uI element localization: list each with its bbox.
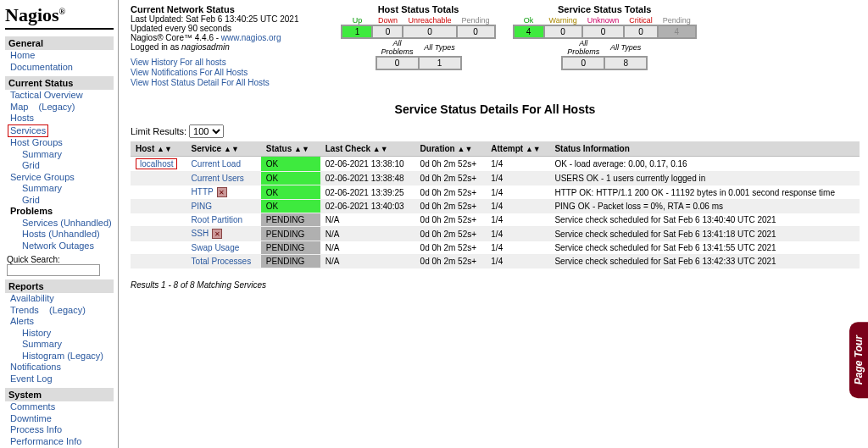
sidebar-item[interactable]: Notifications — [10, 362, 61, 372]
total-cell[interactable]: 4 — [658, 25, 696, 38]
service-link[interactable]: SSH — [192, 229, 209, 238]
status-cell: OK — [261, 200, 320, 213]
status-cell: OK — [261, 185, 320, 200]
status-cell: PENDING — [261, 227, 320, 241]
sidebar-item[interactable]: Summary — [22, 183, 62, 193]
total-head[interactable]: All Types — [604, 39, 647, 57]
total-cell[interactable]: 4 — [514, 25, 544, 38]
sidebar-item[interactable]: Hosts (Unhandled) — [22, 229, 100, 239]
service-link[interactable]: Root Partition — [192, 215, 243, 224]
service-link[interactable]: Swap Usage — [192, 243, 240, 252]
service-link[interactable]: PING — [192, 202, 212, 211]
quick-search-input[interactable] — [7, 264, 100, 276]
sidebar-item[interactable]: Tactical Overview — [10, 90, 83, 100]
status-link[interactable]: View History For all hosts — [131, 58, 226, 67]
status-link[interactable]: View Notifications For All Hosts — [131, 68, 248, 77]
sidebar-item[interactable]: Grid — [22, 160, 40, 170]
column-header[interactable]: Status Information — [549, 141, 860, 157]
sidebar-item[interactable]: Trends (Legacy) — [10, 305, 86, 315]
sort-icon[interactable]: ▲▼ — [458, 145, 473, 153]
total-head[interactable]: Pending — [658, 16, 696, 25]
limit-results: Limit Results: 100 — [131, 124, 860, 138]
service-link[interactable]: Current Load — [192, 159, 241, 169]
column-header[interactable]: Service ▲▼ — [186, 141, 261, 157]
sort-icon[interactable]: ▲▼ — [373, 145, 388, 153]
sidebar-item[interactable]: Histogram (Legacy) — [22, 351, 103, 361]
table-row: Swap UsagePENDINGN/A0d 0h 2m 52s+1/4Serv… — [131, 241, 860, 255]
services-table: Host ▲▼Service ▲▼Status ▲▼Last Check ▲▼D… — [131, 141, 860, 268]
table-row: Total ProcessesPENDINGN/A0d 0h 2m 52s+1/… — [131, 255, 860, 268]
service-link[interactable]: Current Users — [192, 174, 244, 183]
sort-icon[interactable]: ▲▼ — [157, 145, 172, 153]
host-totals-title: Host Status Totals — [341, 4, 495, 14]
sidebar-item[interactable]: Network Outages — [22, 241, 94, 251]
service-link[interactable]: HTTP — [192, 187, 214, 196]
sidebar-item[interactable]: Grid — [22, 195, 40, 205]
sidebar-item[interactable]: Services (Unhandled) — [22, 218, 112, 228]
column-header[interactable]: Status ▲▼ — [261, 141, 320, 157]
total-cell[interactable]: 0 — [376, 57, 419, 69]
sidebar-item[interactable]: Summary — [22, 149, 62, 159]
sidebar-heading: Problems — [10, 206, 53, 216]
total-cell[interactable]: 0 — [372, 25, 403, 38]
status-cell: OK — [261, 157, 320, 172]
column-header[interactable]: Host ▲▼ — [131, 141, 186, 157]
sort-icon[interactable]: ▲▼ — [526, 145, 541, 153]
column-header[interactable]: Attempt ▲▼ — [486, 141, 549, 157]
total-head[interactable]: Unknown — [582, 16, 625, 25]
total-cell[interactable]: 0 — [562, 57, 604, 69]
total-cell[interactable]: 0 — [624, 25, 658, 38]
total-cell[interactable]: 0 — [544, 25, 582, 38]
sort-icon[interactable]: ▲▼ — [294, 145, 309, 153]
sidebar-item[interactable]: History — [22, 328, 51, 338]
sidebar-item[interactable]: Event Log — [10, 373, 53, 384]
nagios-link[interactable]: www.nagios.org — [221, 33, 281, 42]
section-head: Current Status — [5, 76, 114, 90]
sidebar-item[interactable]: Hosts — [10, 113, 34, 123]
status-logged: Logged in as nagiosadmin — [131, 42, 298, 52]
total-head[interactable]: All Problems — [562, 39, 604, 57]
total-head[interactable]: Warning — [544, 16, 582, 25]
total-head[interactable]: All Types — [419, 39, 461, 57]
total-head[interactable]: All Problems — [376, 39, 419, 57]
total-cell[interactable]: 1 — [419, 57, 461, 69]
sidebar-item[interactable]: Comments — [10, 401, 55, 412]
column-header[interactable]: Duration ▲▼ — [415, 141, 487, 157]
sidebar-item[interactable]: Downtime — [10, 413, 52, 423]
total-cell[interactable]: 0 — [403, 25, 456, 38]
total-cell[interactable]: 8 — [604, 57, 647, 69]
limit-select[interactable]: 100 — [189, 124, 224, 138]
total-head[interactable]: Down — [372, 16, 403, 25]
flag-icon[interactable]: ✕ — [217, 187, 227, 197]
sidebar-item[interactable]: Alerts — [10, 316, 34, 326]
page-tour-tab[interactable]: Page Tour — [849, 322, 868, 398]
sidebar-item[interactable]: Home — [10, 50, 35, 60]
table-row: PINGOK02-06-2021 13:40:030d 0h 2m 52s+1/… — [131, 200, 860, 213]
sidebar-item[interactable]: Host Groups — [10, 137, 63, 147]
flag-icon[interactable]: ✕ — [212, 229, 222, 239]
sidebar-item[interactable]: Documentation — [10, 62, 73, 72]
total-head[interactable]: Up — [342, 16, 372, 25]
total-head[interactable]: Unreachable — [403, 16, 456, 25]
total-head[interactable]: Ok — [514, 16, 544, 25]
column-header[interactable]: Last Check ▲▼ — [320, 141, 415, 157]
sort-icon[interactable]: ▲▼ — [224, 145, 239, 153]
sidebar-item[interactable]: Map (Legacy) — [10, 102, 75, 112]
service-link[interactable]: Total Processes — [192, 257, 252, 266]
total-head[interactable]: Critical — [624, 16, 658, 25]
status-interval: Updated every 90 seconds — [131, 24, 298, 33]
sidebar-item[interactable]: Availability — [10, 293, 54, 303]
total-cell[interactable]: 0 — [582, 25, 625, 38]
sidebar-item[interactable]: Performance Info — [10, 436, 81, 446]
sidebar-item[interactable]: Services — [10, 125, 46, 136]
status-link[interactable]: View Host Status Detail For All Hosts — [131, 78, 270, 87]
host-link[interactable]: localhost — [140, 159, 173, 169]
total-head[interactable]: Pending — [457, 16, 495, 25]
sidebar-item[interactable]: Process Info — [10, 424, 62, 434]
total-cell[interactable]: 1 — [342, 25, 372, 38]
sidebar-item[interactable]: Service Groups — [10, 172, 75, 182]
sidebar-item[interactable]: Summary — [22, 339, 62, 349]
status-cell: PENDING — [261, 213, 320, 227]
main-content: Current Network Status Last Updated: Sat… — [124, 0, 868, 294]
total-cell[interactable]: 0 — [457, 25, 495, 38]
